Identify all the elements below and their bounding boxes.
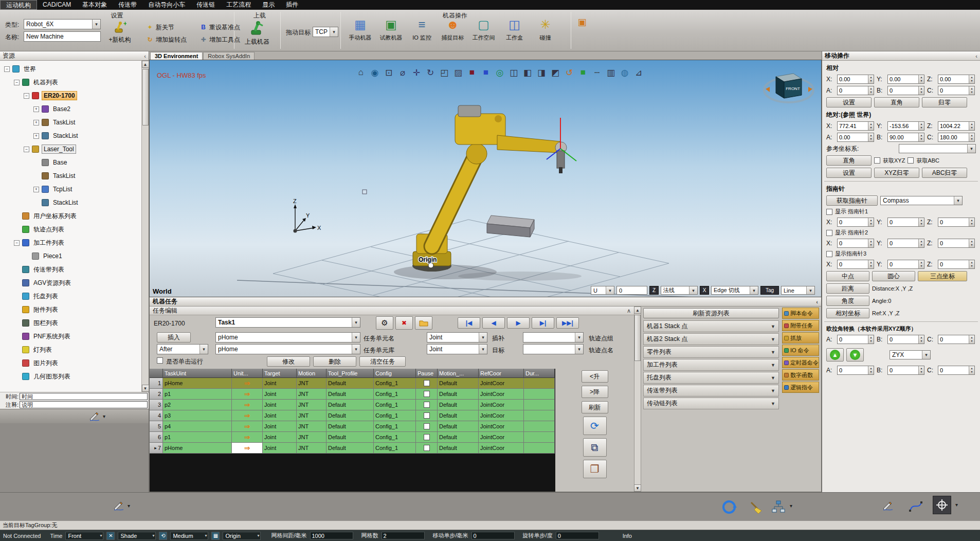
row-number-cell[interactable]: ▸7: [150, 443, 163, 454]
command-button-2[interactable]: 抓放: [782, 332, 819, 344]
chevron-down-icon[interactable]: ▼: [771, 324, 775, 329]
table-column-header-Unit...[interactable]: Unit...: [232, 369, 263, 378]
task-cell[interactable]: [524, 443, 555, 454]
tree-expander-icon[interactable]: −: [24, 93, 29, 99]
task-row-5[interactable]: 5p4⇒JointJNTDefaultConfig_1DefaultJointC…: [150, 421, 555, 432]
spinner-icons[interactable]: ▴▾: [868, 366, 874, 374]
task-cell[interactable]: JointCoor: [479, 443, 524, 454]
task-cell[interactable]: [524, 378, 555, 389]
flowchart-dropdown-icon[interactable]: ▾: [790, 503, 792, 509]
normal-select[interactable]: 法线: [661, 286, 698, 295]
spinner-icons[interactable]: ▴▾: [868, 75, 874, 83]
chevron-down-icon[interactable]: ▼: [771, 388, 775, 393]
midpoint-button[interactable]: 中点: [826, 271, 869, 281]
task-cell[interactable]: JointCoor: [479, 378, 524, 389]
task-cell[interactable]: Default: [438, 400, 479, 410]
task-cell[interactable]: JNT: [297, 421, 326, 432]
clip-plane-z-icon[interactable]: ◩: [549, 66, 561, 79]
collapse-task-panel-icon[interactable]: ‹: [816, 299, 818, 305]
tree-item-StackList[interactable]: StackList: [0, 196, 141, 209]
task-cell[interactable]: Default: [438, 432, 479, 443]
resource-list-item-6[interactable]: 传动链列表▼: [643, 398, 779, 409]
op-button-0[interactable]: ▦手动机器: [346, 16, 375, 48]
flowchart-icon[interactable]: [770, 499, 787, 515]
edge-select[interactable]: Edge 切线: [711, 286, 758, 295]
euler-order-select[interactable]: ZYX: [890, 350, 931, 359]
ref-coord-select[interactable]: [899, 144, 976, 153]
pause-checkbox[interactable]: [424, 412, 430, 419]
menu-item-5[interactable]: 传送链: [191, 0, 221, 10]
task-cell[interactable]: Default: [326, 421, 374, 432]
solid-box-icon[interactable]: ▥: [605, 66, 617, 79]
spinner-icons[interactable]: ▴▾: [969, 239, 974, 247]
tree-item-加工件列表[interactable]: −加工件列表: [0, 236, 141, 249]
task-cell[interactable]: Default: [326, 410, 374, 421]
tree-item-Piece1[interactable]: Piece1: [0, 249, 141, 263]
tree-item-StackList[interactable]: +StackList: [0, 129, 141, 142]
task-cell[interactable]: p1: [163, 432, 232, 443]
compass-select[interactable]: Compass: [880, 196, 963, 205]
command-button-3[interactable]: IO 命令: [782, 345, 819, 356]
tree-item-托盘列表[interactable]: 托盘列表: [0, 290, 141, 303]
spinner-icons[interactable]: ▴▾: [969, 260, 974, 268]
scroll-down-icon[interactable]: ▼: [634, 484, 641, 492]
task-cell[interactable]: Config_1: [374, 389, 416, 400]
delete-button[interactable]: 删除: [313, 356, 356, 367]
tree-expander-icon[interactable]: −: [14, 240, 20, 246]
tree-expander-icon[interactable]: +: [33, 106, 39, 112]
command-button-4[interactable]: 定时器命令: [782, 357, 819, 368]
table-column-header-Config[interactable]: Config: [374, 369, 416, 378]
clear-task-button[interactable]: 清空任务: [359, 356, 406, 367]
task-cell[interactable]: JNT: [297, 443, 326, 454]
pause-checkbox[interactable]: [424, 434, 430, 440]
tree-item-机器列表[interactable]: −机器列表: [0, 76, 141, 89]
rotate-normal-icon[interactable]: ↺: [563, 66, 575, 79]
zoom-icon[interactable]: ⌀: [396, 66, 409, 79]
row-number-cell[interactable]: 2: [150, 389, 163, 400]
op-button-1[interactable]: ▣试教机器: [376, 16, 406, 48]
task-cell[interactable]: JNT: [297, 389, 326, 400]
command-button-1[interactable]: 附带任务: [782, 320, 819, 331]
tree-item-TaskList[interactable]: +TaskList: [0, 116, 141, 129]
resource-list-item-4[interactable]: 托盘列表▼: [643, 372, 779, 384]
unit-lib-select[interactable]: pHome: [215, 344, 360, 354]
tree-item-附件列表[interactable]: 附件列表: [0, 303, 141, 316]
unit-name-select[interactable]: pHome: [215, 332, 360, 342]
point-group-select[interactable]: [523, 332, 584, 342]
scroll-down-icon[interactable]: ▼: [142, 385, 149, 392]
collapse-move-panel-icon[interactable]: ‹: [975, 53, 977, 59]
clip-plane-x-icon[interactable]: ◧: [521, 66, 534, 79]
task-cell[interactable]: Joint: [263, 410, 297, 421]
crosshair-icon[interactable]: [933, 496, 951, 514]
relative-set-button[interactable]: 设置: [826, 97, 872, 107]
spinner-icons[interactable]: ▴▾: [969, 86, 974, 95]
row-number-cell[interactable]: 3: [150, 400, 163, 410]
drag-target-select[interactable]: TCP: [313, 27, 338, 37]
unit-cell[interactable]: ⇒: [232, 410, 263, 421]
circle-center-button[interactable]: 圆心: [872, 271, 915, 281]
task-row-3[interactable]: 3p2⇒JointJNTDefaultConfig_1DefaultJointC…: [150, 400, 555, 410]
task-cell[interactable]: JointCoor: [479, 400, 524, 410]
row-number-cell[interactable]: 5: [150, 421, 163, 432]
time-input[interactable]: 时间: [20, 393, 148, 400]
signature-icon[interactable]: [88, 411, 101, 422]
menu-item-2[interactable]: 基本对象: [77, 0, 113, 10]
hatch-icon[interactable]: ▨: [452, 66, 464, 79]
spinner-icons[interactable]: ▴▾: [868, 122, 874, 130]
task-cell[interactable]: pHome: [163, 443, 232, 454]
run-simulation-icon[interactable]: [720, 498, 738, 516]
resource-list-item-1[interactable]: 机器2 Stack 点▼: [643, 333, 779, 345]
tree-item-用户坐标系列表[interactable]: 用户坐标系列表: [0, 209, 141, 223]
open-task-button[interactable]: [415, 316, 432, 330]
point-name-select[interactable]: [523, 344, 584, 354]
task-cell[interactable]: p1: [163, 389, 232, 400]
grid-origin-icon[interactable]: ▦: [211, 532, 220, 540]
spinner-icons[interactable]: ▴▾: [868, 260, 874, 268]
centerline-icon[interactable]: ┄: [591, 66, 603, 79]
task-cell[interactable]: Joint: [263, 389, 297, 400]
command-button-0[interactable]: 脚本命令: [782, 308, 819, 319]
spinner-icons[interactable]: ▴▾: [918, 366, 924, 374]
ribbon-button-0[interactable]: ✦新关节: [146, 21, 195, 33]
cartesian-button[interactable]: 直角: [826, 155, 872, 166]
tree-item-传送带列表[interactable]: 传送带列表: [0, 263, 141, 276]
